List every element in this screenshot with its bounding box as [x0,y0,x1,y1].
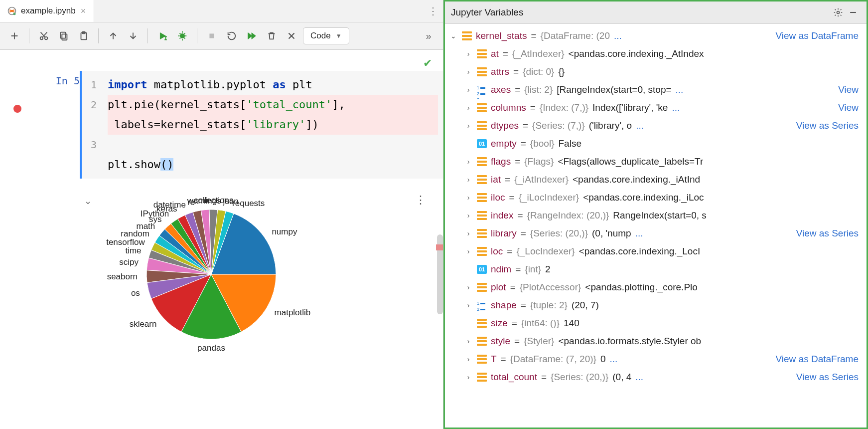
var-value: Index(['library', 'ke [592,102,668,113]
var-value: <pandas.core.indexing._LocI [579,246,700,257]
view-link[interactable]: View as DataFrame [776,354,865,365]
object-icon [477,337,487,346]
add-cell-button[interactable] [6,27,23,44]
expander-closed-icon[interactable]: › [464,122,473,130]
var-name: at [491,48,499,59]
svg-rect-10 [209,33,214,38]
view-as-dataframe-link[interactable]: View as DataFrame [776,30,865,41]
toolbar-overflow-icon[interactable]: » [420,27,437,44]
var-value: (20, 7) [572,300,599,311]
pie-label: pandas [191,343,231,353]
code-content[interactable]: import matplotlib.pyplot as plt plt.pie(… [102,71,443,179]
var-value: RangeIndex(start=0, s [613,210,706,221]
var-value: {} [558,66,565,77]
expander-closed-icon[interactable]: › [464,104,473,112]
gear-icon[interactable] [831,5,846,20]
restart-button[interactable] [223,27,240,44]
var-value: <Flags(allows_duplicate_labels=Tr [558,156,703,167]
expander-closed-icon[interactable]: › [464,355,473,363]
var-row[interactable]: ›total_count = {Series: (20,)} (0, 4...V… [464,368,865,386]
breakpoint-icon[interactable] [13,105,21,113]
view-link[interactable]: View as Series [796,228,865,239]
expander-closed-icon[interactable]: › [464,283,473,291]
var-row[interactable]: ›attrs = {dict: 0} {} [464,63,865,81]
move-down-button[interactable] [125,27,142,44]
view-link[interactable]: View [838,84,865,95]
line-numbers: 123 [80,71,102,179]
run-cell-button[interactable]: I [154,27,171,44]
expander-open-icon[interactable]: ⌄ [449,32,458,40]
object-icon [477,373,487,382]
view-link[interactable]: View as Series [796,372,865,383]
expander-closed-icon[interactable]: › [464,50,473,58]
collapse-output-icon[interactable]: ⌄ [0,194,102,363]
expander-closed-icon[interactable]: › [464,373,473,381]
tab-example-ipynb[interactable]: example.ipynb × [0,0,94,22]
var-row[interactable]: ›iloc = {_iLocIndexer} <pandas.core.inde… [464,189,865,207]
var-row[interactable]: ›T = {DataFrame: (7, 20)} 0...View as Da… [464,350,865,368]
var-name: library [491,228,517,239]
pie-label: numpy [272,227,297,237]
var-row[interactable]: ›123axes = {list: 2} [RangeIndex(start=0… [464,81,865,99]
var-row[interactable]: 01ndim = {int} 2 [464,260,865,278]
cell-type-dropdown[interactable]: Code ▼ [303,27,349,44]
expander-closed-icon[interactable]: › [464,194,473,202]
stop-button[interactable] [203,27,220,44]
object-icon [477,193,487,202]
cell-type-label: Code [310,31,331,41]
var-row[interactable]: ›style = {Styler} <pandas.io.formats.sty… [464,332,865,350]
var-value: [RangeIndex(start=0, stop= [557,84,671,95]
clear-output-button[interactable] [283,27,300,44]
notebook-toolbar: I Code ▼ » [0,22,443,50]
object-icon [477,355,487,364]
expander-closed-icon[interactable]: › [464,247,473,255]
primitive-icon: 01 [477,139,487,148]
tab-bar: example.ipynb × ⋮ [0,0,443,22]
var-row[interactable]: ›dtypes = {Series: (7,)} ('library', o..… [464,117,865,135]
var-row-root[interactable]: ⌄ kernel_stats = {DataFrame: (20 ... Vie… [449,27,865,45]
cut-button[interactable] [35,27,52,44]
var-row[interactable]: ›library = {Series: (20,)} (0, 'nump...V… [464,224,865,242]
close-tab-icon[interactable]: × [80,6,87,16]
expander-closed-icon[interactable]: › [464,68,473,76]
delete-cell-button[interactable] [263,27,280,44]
view-link[interactable]: View as Series [796,120,865,131]
code-cell[interactable]: In 5 123 import matplotlib.pyplot as plt… [0,71,443,179]
run-all-button[interactable] [243,27,260,44]
var-row[interactable]: ›iat = {_iAtIndexer} <pandas.core.indexi… [464,171,865,189]
svg-point-1 [13,12,16,15]
var-row[interactable]: ›flags = {Flags} <Flags(allows_duplicate… [464,153,865,171]
var-row[interactable]: ›plot = {PlotAccessor} <pandas.plotting.… [464,278,865,296]
var-type: {_iLocIndexer} [519,192,579,203]
var-row[interactable]: ›123shape = {tuple: 2} (20, 7) [464,296,865,314]
expander-closed-icon[interactable]: › [464,212,473,219]
var-value: <pandas.core.indexing._iLoc [583,192,704,203]
var-row[interactable]: 01empty = {bool} False [464,135,865,153]
move-up-button[interactable] [105,27,122,44]
variables-list[interactable]: ⌄ kernel_stats = {DataFrame: (20 ... Vie… [445,24,867,428]
minimize-icon[interactable] [846,5,861,20]
copy-button[interactable] [55,27,72,44]
pie-label: time [97,246,142,256]
var-row[interactable]: ›columns = {Index: (7,)} Index(['library… [464,99,865,117]
pie-chart-output: numpyrequestsjsoncollectionswarningsreda… [102,194,411,363]
var-row[interactable]: ›at = {_AtIndexer} <pandas.core.indexing… [464,45,865,63]
object-icon [477,157,487,166]
expander-closed-icon[interactable]: › [464,229,473,237]
expander-closed-icon[interactable]: › [464,176,473,184]
var-name: columns [491,102,526,113]
expander-closed-icon[interactable]: › [464,86,473,94]
var-row[interactable]: size = {int64: ()} 140 [464,314,865,332]
var-row[interactable]: ›index = {RangeIndex: (20,)} RangeIndex(… [464,207,865,224]
var-name: attrs [491,66,509,77]
pie-label: scipy [94,257,139,267]
expander-closed-icon[interactable]: › [464,158,473,166]
debug-cell-button[interactable] [174,27,191,44]
paste-button[interactable] [75,27,92,44]
expander-closed-icon[interactable]: › [464,301,473,309]
view-link[interactable]: View [838,102,865,113]
expander-closed-icon[interactable]: › [464,337,473,345]
tab-overflow-icon[interactable]: ⋮ [423,0,443,22]
var-row[interactable]: ›loc = {_LocIndexer} <pandas.core.indexi… [464,242,865,260]
var-type: {Series: (7,)} [532,120,585,131]
